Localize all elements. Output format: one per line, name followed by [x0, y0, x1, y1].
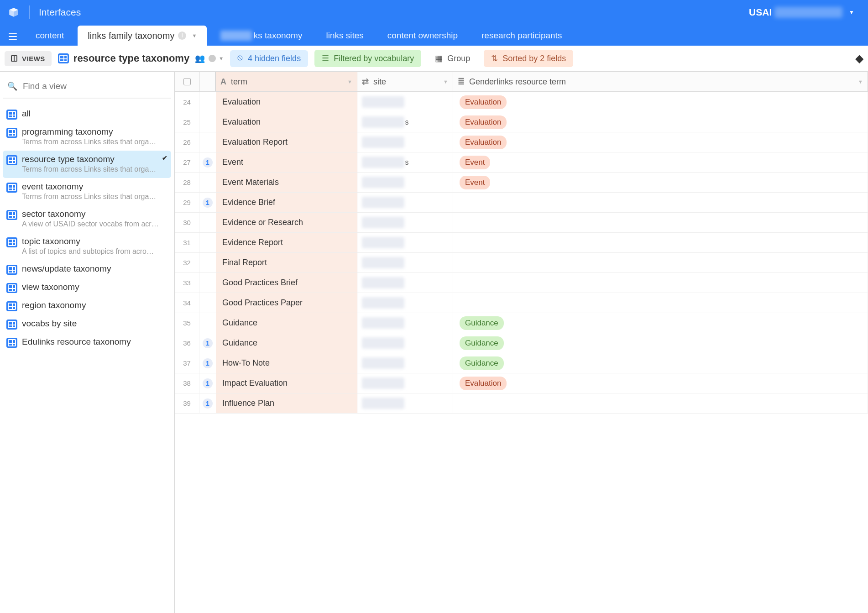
cell-genderlinks[interactable]	[453, 193, 868, 212]
cell-term[interactable]: Final Report	[216, 253, 357, 272]
select-all-cell[interactable]	[175, 72, 199, 91]
chevron-down-icon[interactable]: ▼	[192, 33, 197, 38]
cell-genderlinks[interactable]	[453, 213, 868, 232]
table-row[interactable]: 24 Evaluation hidden site Evaluation	[175, 92, 868, 112]
sidebar-view-item[interactable]: resource type taxonomy Terms from across…	[3, 151, 171, 178]
cell-term[interactable]: Event	[216, 152, 357, 172]
sidebar-view-item[interactable]: all	[3, 105, 171, 123]
cell-term[interactable]: Guidance	[216, 333, 357, 353]
table-row[interactable]: 25 Evaluation hidden sites Evaluation	[175, 112, 868, 132]
tab-links-family-taxonomy[interactable]: links family taxonomy i ▼	[78, 26, 207, 46]
cell-term[interactable]: Good Practices Brief	[216, 273, 357, 293]
table-row[interactable]: 31 Evidence Report hidden site	[175, 233, 868, 253]
group-button[interactable]: ▦ Group	[428, 50, 477, 67]
find-view-search[interactable]: 🔍	[3, 77, 171, 99]
chevron-down-icon[interactable]: ▼	[347, 79, 352, 84]
table-row[interactable]: 28 Event Materials hidden site Event	[175, 173, 868, 193]
cell-site[interactable]: hidden site	[357, 313, 453, 333]
table-row[interactable]: 34 Good Practices Paper hidden site	[175, 293, 868, 313]
tab-research-participants[interactable]: research participants	[471, 26, 572, 46]
base-menu-button[interactable]	[3, 27, 23, 46]
tab-ks-taxonomy[interactable]: xxxks taxonomy	[210, 26, 312, 46]
checkbox-icon[interactable]	[183, 78, 191, 85]
cell-term[interactable]: Evidence Report	[216, 233, 357, 252]
sidebar-view-item[interactable]: region taxonomy	[3, 297, 171, 315]
cell-site[interactable]: hidden site	[357, 132, 453, 152]
chevron-down-icon[interactable]: ▼	[443, 79, 448, 84]
cell-site[interactable]: hidden site	[357, 173, 453, 192]
cell-site[interactable]: hidden site	[357, 333, 453, 353]
cell-site[interactable]: hidden site	[357, 273, 453, 293]
table-row[interactable]: 32 Final Report hidden site	[175, 253, 868, 273]
cell-genderlinks[interactable]: Evaluation	[453, 112, 868, 132]
color-button[interactable]: ◆	[855, 52, 863, 65]
hidden-fields-button[interactable]: ⦰ 4 hidden fields	[230, 50, 308, 67]
cell-term[interactable]: Event Materials	[216, 173, 357, 192]
current-view-name[interactable]: resource type taxonomy 👥 ▼	[58, 52, 224, 64]
sidebar-view-item[interactable]: view taxonomy	[3, 278, 171, 297]
cell-term[interactable]: Influence Plan	[216, 393, 357, 413]
cell-term[interactable]: Evidence or Research	[216, 213, 357, 232]
cell-genderlinks[interactable]: Evaluation	[453, 92, 868, 112]
tab-content-ownership[interactable]: content ownership	[377, 26, 468, 46]
sidebar-view-item[interactable]: programming taxonomy Terms from across L…	[3, 123, 171, 151]
tab-links-sites[interactable]: links sites	[316, 26, 373, 46]
cell-term[interactable]: Good Practices Paper	[216, 293, 357, 313]
cell-site[interactable]: hidden site	[357, 92, 453, 112]
cell-site[interactable]: hidden site	[357, 253, 453, 272]
table-row[interactable]: 29 1 Evidence Brief hidden site	[175, 193, 868, 213]
cell-site[interactable]: hidden site	[357, 213, 453, 232]
cell-genderlinks[interactable]: Evaluation	[453, 132, 868, 152]
tab-content[interactable]: content	[26, 26, 74, 46]
table-row[interactable]: 38 1 Impact Evaluation hidden site Evalu…	[175, 373, 868, 393]
column-header-site[interactable]: ⇄site▼	[357, 72, 453, 91]
cell-site[interactable]: hidden site	[357, 293, 453, 313]
column-header-genderlinks[interactable]: ≣Genderlinks resource term▼	[453, 72, 868, 91]
table-row[interactable]: 30 Evidence or Research hidden site	[175, 213, 868, 233]
chevron-down-icon[interactable]: ▼	[219, 56, 224, 61]
data-grid[interactable]: Aterm▼ ⇄site▼ ≣Genderlinks resource term…	[175, 72, 868, 613]
table-row[interactable]: 33 Good Practices Brief hidden site	[175, 273, 868, 293]
column-header-term[interactable]: Aterm▼	[216, 72, 357, 91]
find-view-input[interactable]	[23, 81, 167, 91]
cell-site[interactable]: hidden site	[357, 373, 453, 393]
cell-site[interactable]: hidden site	[357, 353, 453, 373]
table-row[interactable]: 37 1 How-To Note hidden site Guidance	[175, 353, 868, 373]
sidebar-view-item[interactable]: sector taxonomy A view of USAID sector v…	[3, 205, 171, 233]
comment-badge[interactable]: 1	[203, 398, 213, 409]
cell-genderlinks[interactable]: Guidance	[453, 353, 868, 373]
logo-icon[interactable]	[7, 6, 20, 19]
collaborators-icon[interactable]: 👥	[195, 53, 205, 63]
sidebar-view-item[interactable]: vocabs by site	[3, 315, 171, 333]
sidebar-view-item[interactable]: topic taxonomy A list of topics and subt…	[3, 233, 171, 260]
comment-badge[interactable]: 1	[203, 157, 213, 168]
cell-genderlinks[interactable]: Evaluation	[453, 373, 868, 393]
cell-site[interactable]: hidden site	[357, 233, 453, 252]
cell-genderlinks[interactable]: Guidance	[453, 313, 868, 333]
table-row[interactable]: 26 Evaluation Report hidden site Evaluat…	[175, 132, 868, 152]
cell-term[interactable]: Impact Evaluation	[216, 373, 357, 393]
sidebar-view-item[interactable]: news/update taxonomy	[3, 260, 171, 278]
cell-term[interactable]: Evidence Brief	[216, 193, 357, 212]
app-brand[interactable]: Interfaces	[39, 7, 81, 18]
comment-badge[interactable]: 1	[203, 378, 213, 388]
cell-term[interactable]: Evaluation	[216, 92, 357, 112]
comment-badge[interactable]: 1	[203, 358, 213, 368]
table-row[interactable]: 39 1 Influence Plan hidden site	[175, 393, 868, 414]
cell-genderlinks[interactable]: Event	[453, 173, 868, 192]
workspace-dropdown[interactable]: USAIhidden ▼	[749, 7, 854, 18]
cell-genderlinks[interactable]	[453, 293, 868, 313]
table-row[interactable]: 36 1 Guidance hidden site Guidance	[175, 333, 868, 353]
sidebar-view-item[interactable]: event taxonomy Terms from across Links s…	[3, 178, 171, 205]
cell-site[interactable]: hidden site	[357, 193, 453, 212]
cell-term[interactable]: Evaluation Report	[216, 132, 357, 152]
info-icon[interactable]	[209, 55, 216, 62]
cell-genderlinks[interactable]: Event	[453, 152, 868, 172]
cell-site[interactable]: hidden sites	[357, 152, 453, 172]
cell-genderlinks[interactable]	[453, 273, 868, 293]
cell-genderlinks[interactable]	[453, 253, 868, 272]
comment-badge[interactable]: 1	[203, 338, 213, 348]
sidebar-view-item[interactable]: Edulinks resource taxonomy	[3, 333, 171, 351]
cell-genderlinks[interactable]	[453, 393, 868, 413]
chevron-down-icon[interactable]: ▼	[858, 79, 863, 84]
